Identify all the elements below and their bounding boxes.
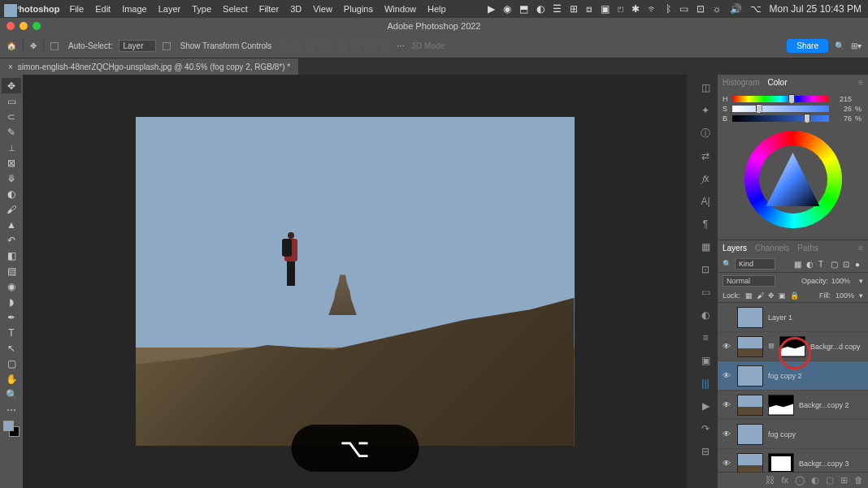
filter-toggle-icon[interactable]: ● xyxy=(855,260,863,268)
panel-icon[interactable]: ⊡ xyxy=(699,263,712,276)
tab-channels[interactable]: Channels xyxy=(755,244,789,253)
distribute-icon[interactable] xyxy=(379,41,390,52)
distribute-icon[interactable] xyxy=(351,41,362,52)
dodge-tool[interactable]: ◗ xyxy=(2,294,21,309)
panel-icon[interactable]: ↷ xyxy=(699,422,712,435)
type-tool[interactable]: T xyxy=(2,325,21,340)
control-center-icon[interactable]: ⌥ xyxy=(750,3,762,15)
visibility-toggle[interactable]: 👁 xyxy=(723,371,732,380)
marquee-tool[interactable]: ▭ xyxy=(2,93,21,109)
distribute-icon[interactable] xyxy=(365,41,376,52)
adjustment-icon[interactable]: ◐ xyxy=(811,475,819,486)
status-icon[interactable]: ▶ xyxy=(488,3,495,15)
group-icon[interactable]: ▢ xyxy=(826,475,834,486)
brightness-icon[interactable]: ☼ xyxy=(713,3,722,15)
blur-tool[interactable]: ◉ xyxy=(2,279,21,294)
canvas-scrollbar[interactable] xyxy=(687,75,693,488)
layer-name[interactable]: Backgr...d copy xyxy=(810,343,863,351)
quick-select-tool[interactable]: ✎ xyxy=(2,124,21,140)
delete-icon[interactable]: 🗑 xyxy=(854,475,863,486)
sat-value[interactable]: 26 xyxy=(832,105,852,113)
layer-row[interactable]: Layer 1 xyxy=(718,303,868,332)
home-icon[interactable]: 🏠 xyxy=(7,41,16,50)
panel-icon[interactable]: ▭ xyxy=(699,286,712,299)
panel-icon[interactable]: 𝑓x xyxy=(699,172,712,185)
hand-tool[interactable]: ✋ xyxy=(2,371,21,387)
eraser-tool[interactable]: ◧ xyxy=(2,248,21,263)
search-icon[interactable]: 🔍 xyxy=(835,41,844,50)
move-tool-icon[interactable]: ✥ xyxy=(30,41,37,50)
filter-adjust-icon[interactable]: ◐ xyxy=(806,260,814,268)
link-icon[interactable]: ⛓ xyxy=(768,343,775,350)
zoom-tool[interactable]: 🔍 xyxy=(2,387,21,402)
workspace-icon[interactable]: ⊞▾ xyxy=(851,41,861,50)
auto-select-dropdown[interactable]: Layer xyxy=(119,40,155,52)
document-tab[interactable]: × simon-english-48nerZQCHgo-unsplash.jpg… xyxy=(0,58,298,75)
visibility-toggle[interactable]: 👁 xyxy=(723,342,732,351)
lock-all-icon[interactable]: 🔒 xyxy=(790,292,799,300)
fx-icon[interactable]: fx xyxy=(781,475,788,486)
status-icon[interactable]: ◐ xyxy=(536,3,545,15)
show-transform-checkbox[interactable] xyxy=(163,42,171,50)
panel-icon[interactable]: ||| xyxy=(699,377,712,390)
panel-icon[interactable]: ⊟ xyxy=(699,445,712,458)
panel-menu-icon[interactable]: ≡ xyxy=(858,78,863,87)
frame-tool[interactable]: ⊠ xyxy=(2,155,21,171)
bluetooth-icon[interactable]: ᛒ xyxy=(666,3,671,15)
visibility-toggle[interactable]: 👁 xyxy=(723,459,732,468)
visibility-toggle[interactable]: 👁 xyxy=(723,400,732,409)
filter-pixel-icon[interactable]: ▦ xyxy=(794,260,802,268)
status-icon[interactable]: ✱ xyxy=(631,3,640,15)
panel-icon[interactable]: ✦ xyxy=(699,104,712,117)
lasso-tool[interactable]: ⊂ xyxy=(2,109,21,124)
current-color-swatch[interactable] xyxy=(3,3,18,18)
filter-smart-icon[interactable]: ⊡ xyxy=(843,260,851,268)
layer-thumbnail[interactable] xyxy=(737,307,763,328)
panel-icon[interactable]: A| xyxy=(699,195,712,208)
filter-kind-dropdown[interactable]: Kind xyxy=(735,258,775,270)
color-wheel[interactable] xyxy=(723,124,863,235)
menu-3d[interactable]: 3D xyxy=(290,4,302,14)
status-icon[interactable]: ☰ xyxy=(553,3,562,15)
status-icon[interactable]: ▣ xyxy=(601,3,610,15)
wifi-icon[interactable]: ᯤ xyxy=(648,3,658,15)
menu-edit[interactable]: Edit xyxy=(95,4,111,14)
menu-file[interactable]: File xyxy=(69,4,84,14)
distribute-icon[interactable] xyxy=(337,41,349,52)
gradient-tool[interactable]: ▤ xyxy=(2,263,21,279)
share-button[interactable]: Share xyxy=(787,39,828,53)
panel-icon[interactable]: ◫ xyxy=(699,81,712,94)
status-icon[interactable]: ⬒ xyxy=(519,3,528,15)
layer-thumbnail[interactable] xyxy=(737,453,763,473)
layer-name[interactable]: fog copy xyxy=(768,430,863,438)
filter-shape-icon[interactable]: ▢ xyxy=(831,260,839,268)
menu-plugins[interactable]: Plugins xyxy=(344,4,373,14)
brightness-slider[interactable] xyxy=(732,115,829,122)
layer-thumbnail[interactable] xyxy=(737,424,763,445)
foreground-color[interactable] xyxy=(3,421,14,431)
clock[interactable]: Mon Jul 25 10:43 PM xyxy=(770,3,861,15)
status-icon[interactable]: ⊞ xyxy=(570,3,578,15)
lock-paint-icon[interactable]: 🖌 xyxy=(757,292,764,300)
fill-dropdown-icon[interactable]: ▾ xyxy=(859,292,863,300)
opacity-dropdown-icon[interactable]: ▾ xyxy=(859,277,863,285)
menu-filter[interactable]: Filter xyxy=(259,4,279,14)
stamp-tool[interactable]: ▲ xyxy=(2,217,21,232)
layer-row[interactable]: 👁 fog copy 2 xyxy=(718,361,868,391)
new-layer-icon[interactable]: ⊞ xyxy=(840,475,848,486)
layer-mask[interactable] xyxy=(779,336,805,357)
layer-thumbnail[interactable] xyxy=(737,365,763,387)
layer-row[interactable]: 👁 Backgr...copy 2 xyxy=(718,391,868,420)
tab-histogram[interactable]: Histogram xyxy=(723,78,760,87)
status-icon[interactable]: ⊡ xyxy=(697,3,705,15)
menu-image[interactable]: Image xyxy=(122,4,147,14)
close-button[interactable] xyxy=(7,22,15,30)
layer-mask[interactable] xyxy=(768,395,794,416)
layer-name[interactable]: fog copy 2 xyxy=(768,372,863,380)
eyedropper-tool[interactable]: ⤋ xyxy=(2,171,21,186)
edit-toolbar[interactable]: ⋯ xyxy=(2,402,21,417)
panel-icon[interactable]: ▣ xyxy=(699,354,712,367)
layer-row[interactable]: 👁 fog copy xyxy=(718,420,868,449)
lock-transparency-icon[interactable]: ▦ xyxy=(745,292,753,300)
blend-mode-dropdown[interactable]: Normal xyxy=(723,275,775,287)
